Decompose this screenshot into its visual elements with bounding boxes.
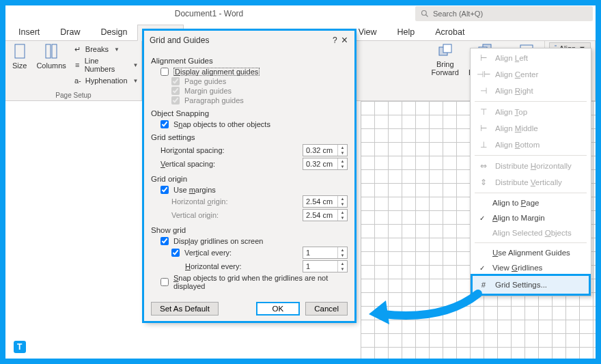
- cancel-button[interactable]: Cancel: [305, 302, 348, 316]
- vertical-spacing-input[interactable]: 0.32 cm▲▼: [303, 158, 348, 170]
- align-right-item[interactable]: ⊣Align Right: [472, 83, 589, 99]
- use-alignment-guides-item[interactable]: Use Alignment Guides: [472, 245, 589, 260]
- svg-line-1: [426, 15, 428, 17]
- hyphenation-button[interactable]: a-Hyphenation▼: [73, 75, 139, 86]
- label: Margin guides: [184, 87, 232, 95]
- align-bottom-item[interactable]: ⊥Align Bottom: [472, 137, 589, 153]
- align-to-margin-item[interactable]: ✓Align to Margin: [472, 210, 589, 225]
- display-alignment-guides-row[interactable]: Display alignment guides: [151, 67, 348, 76]
- search-placeholder: Search (Alt+Q): [433, 10, 483, 18]
- align-bottom-icon: ⊥: [479, 140, 488, 150]
- distribute-horizontally-item[interactable]: ⇔Distribute Horizontally: [472, 158, 589, 174]
- breaks-button[interactable]: ↵Breaks▼: [73, 44, 139, 55]
- dialog-titlebar: Grid and Guides ? ×: [144, 31, 354, 50]
- page-setup-group-label: Page Setup: [10, 90, 137, 99]
- label: Vertical spacing:: [160, 160, 300, 168]
- watermark-text: TEMPLATE.NET: [30, 341, 107, 352]
- dropdown-caret-icon: ▼: [114, 46, 120, 53]
- snap-objects-checkbox[interactable]: [160, 120, 169, 128]
- vertical-every-checkbox[interactable]: [171, 249, 180, 257]
- spinner-buttons[interactable]: ▲▼: [337, 158, 347, 169]
- check-icon: ✓: [479, 264, 486, 272]
- vertical-every-row[interactable]: Vertical every:1▲▼: [151, 246, 348, 260]
- label: Horizontal spacing:: [160, 146, 300, 154]
- vertical-origin-input: 2.54 cm▲▼: [303, 209, 348, 221]
- value: 1: [306, 262, 310, 270]
- page-guides-checkbox: [171, 77, 180, 85]
- spinner-buttons[interactable]: ▲▼: [337, 261, 347, 272]
- label: Horizontal origin:: [171, 197, 300, 206]
- tab-help[interactable]: Help: [387, 24, 425, 40]
- align-middle-item[interactable]: ⊢Align Middle: [472, 120, 589, 137]
- spinner-buttons: ▲▼: [337, 196, 347, 207]
- search-box[interactable]: Search (Alt+Q): [415, 6, 593, 21]
- menu-separator: [475, 193, 587, 193]
- align-left-item[interactable]: ⊢Align Left: [472, 50, 589, 66]
- label: Horizontal every:: [185, 262, 300, 270]
- search-icon: [421, 10, 429, 18]
- menu-label: Align Left: [495, 54, 528, 62]
- menu-separator: [475, 242, 587, 243]
- label: Paragraph guides: [184, 96, 244, 104]
- horizontal-spacing-input[interactable]: 0.32 cm▲▼: [303, 144, 348, 156]
- bring-forward-button[interactable]: Bring Forward: [429, 42, 462, 78]
- horizontal-spacing-row: Horizontal spacing:0.32 cm▲▼: [151, 143, 348, 157]
- horizontal-origin-row: Horizontal origin:2.54 cm▲▼: [151, 195, 348, 208]
- label: Display gridlines on screen: [173, 237, 263, 245]
- vertical-every-input[interactable]: 1▲▼: [303, 247, 348, 259]
- display-alignment-guides-checkbox[interactable]: [160, 68, 169, 76]
- dropdown-caret-icon: ▼: [133, 62, 139, 68]
- page-size-icon: [14, 44, 26, 59]
- use-margins-row[interactable]: Use margins: [151, 185, 348, 195]
- menu-label: Distribute Vertically: [495, 178, 562, 186]
- columns-button[interactable]: Columns: [33, 42, 68, 71]
- spinner-buttons[interactable]: ▲▼: [337, 145, 347, 156]
- align-menu: ⊢Align Left ⊣⊢Align Center ⊣Align Right …: [470, 48, 591, 296]
- ok-button[interactable]: OK: [256, 302, 300, 316]
- tab-acrobat[interactable]: Acrobat: [425, 24, 475, 40]
- snap-to-grid-row[interactable]: Snap objects to grid when the gridlines …: [151, 273, 348, 291]
- titlebar: Document1 - Word Search (Alt+Q): [5, 5, 596, 22]
- snap-to-grid-checkbox[interactable]: [160, 278, 169, 286]
- display-gridlines-row[interactable]: Display gridlines on screen: [151, 236, 348, 246]
- horizontal-origin-input: 2.54 cm▲▼: [303, 195, 348, 208]
- page-guides-row: Page guides: [151, 76, 348, 86]
- align-right-icon: ⊣: [479, 86, 488, 96]
- line-numbers-button[interactable]: ≡Line Numbers▼: [73, 56, 139, 74]
- distribute-v-icon: ⇕: [479, 178, 488, 187]
- align-center-item[interactable]: ⊣⊢Align Center: [472, 66, 589, 83]
- align-top-icon: ⊤: [479, 107, 488, 117]
- dropdown-caret-icon: ▼: [133, 78, 139, 84]
- distribute-h-icon: ⇔: [479, 161, 488, 171]
- tab-design[interactable]: Design: [90, 24, 137, 40]
- hyphenation-label: Hyphenation: [85, 76, 128, 85]
- tab-insert[interactable]: Insert: [8, 24, 50, 40]
- snap-objects-row[interactable]: Snap objects to other objects: [151, 120, 348, 129]
- horizontal-every-input[interactable]: 1▲▼: [303, 260, 348, 272]
- breaks-icon: ↵: [73, 44, 83, 54]
- menu-label: Grid Settings...: [495, 281, 547, 289]
- display-gridlines-checkbox[interactable]: [160, 237, 169, 245]
- menu-label: Align Right: [495, 87, 533, 95]
- vertical-origin-row: Vertical origin:2.54 cm▲▼: [151, 208, 348, 222]
- section-alignment-guides: Alignment Guides: [151, 57, 348, 65]
- size-button[interactable]: Size: [10, 42, 29, 71]
- tab-draw[interactable]: Draw: [50, 24, 90, 40]
- align-to-page-item[interactable]: Align to Page: [472, 195, 589, 210]
- grid-and-guides-dialog: Grid and Guides ? × Alignment Guides Dis…: [143, 30, 355, 322]
- align-selected-objects-item[interactable]: Align Selected Objects: [472, 225, 589, 240]
- close-button[interactable]: ×: [340, 34, 349, 46]
- spinner-buttons: ▲▼: [337, 210, 347, 221]
- value: 0.32 cm: [306, 146, 333, 154]
- view-gridlines-item[interactable]: ✓View Gridlines: [472, 260, 589, 275]
- align-top-item[interactable]: ⊤Align Top: [472, 104, 589, 120]
- grid-settings-item[interactable]: #Grid Settings...: [472, 275, 589, 294]
- distribute-vertically-item[interactable]: ⇕Distribute Vertically: [472, 174, 589, 191]
- menu-label: Align Center: [495, 70, 538, 79]
- help-button[interactable]: ?: [330, 36, 340, 45]
- line-numbers-label: Line Numbers: [85, 57, 128, 73]
- spinner-buttons[interactable]: ▲▼: [337, 247, 347, 258]
- use-margins-checkbox[interactable]: [160, 186, 169, 194]
- dialog-footer: Set As Default OK Cancel: [144, 296, 354, 321]
- set-as-default-button[interactable]: Set As Default: [151, 302, 219, 316]
